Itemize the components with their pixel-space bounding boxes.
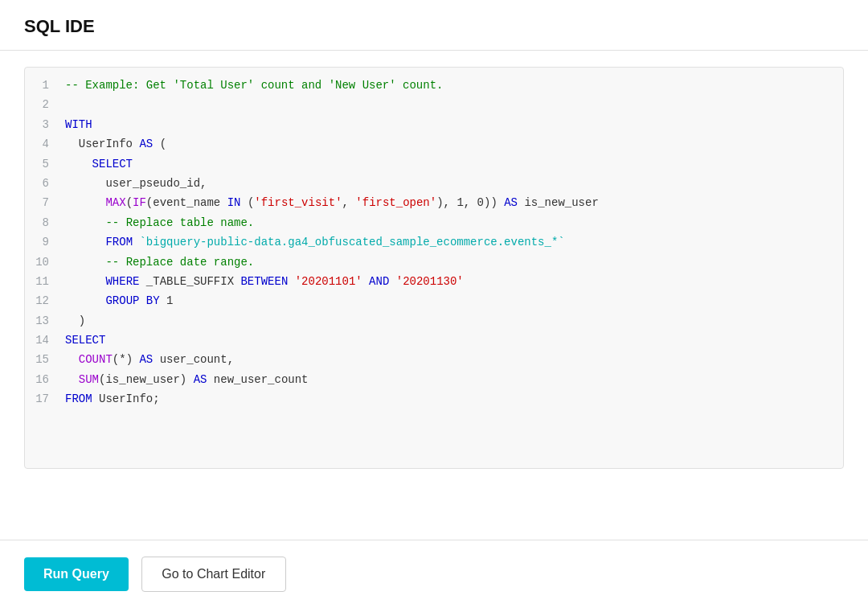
line-number: 5 [25,155,65,173]
code-line: 6 user_pseudo_id, [25,174,843,193]
line-number: 7 [25,194,65,212]
footer-toolbar: Run Query Go to Chart Editor [0,540,868,608]
line-content: SELECT [65,331,843,349]
line-number: 17 [25,390,65,408]
line-content: -- Replace date range. [65,253,843,271]
line-number: 15 [25,351,65,368]
line-content: COUNT(*) AS user_count, [65,351,843,368]
code-line: 3WITH [25,115,843,134]
line-number: 12 [25,292,65,310]
line-number: 8 [25,214,65,232]
line-content: -- Replace table name. [65,214,843,232]
chart-editor-button[interactable]: Go to Chart Editor [141,557,286,592]
line-number: 16 [25,371,65,388]
line-number: 2 [25,96,65,113]
code-line: 4 UserInfo AS ( [25,134,843,154]
line-content: user_pseudo_id, [65,175,843,192]
line-number: 6 [25,175,65,192]
line-number: 4 [25,135,65,153]
code-line: 1-- Example: Get 'Total User' count and … [25,76,843,95]
code-line: 7 MAX(IF(event_name IN ('first_visit', '… [25,193,843,212]
code-line: 17FROM UserInfo; [25,389,843,409]
line-content: SUM(is_new_user) AS new_user_count [65,371,843,388]
line-content: MAX(IF(event_name IN ('first_visit', 'fi… [65,194,843,212]
line-number: 10 [25,253,65,271]
line-number: 11 [25,273,65,290]
line-number: 14 [25,331,65,349]
line-content: FROM UserInfo; [65,390,843,408]
code-line: 9 FROM `bigquery-public-data.ga4_obfusca… [25,232,843,252]
line-content: UserInfo AS ( [65,135,843,153]
code-line: 11 WHERE _TABLE_SUFFIX BETWEEN '20201101… [25,272,843,291]
line-number: 9 [25,233,65,251]
line-number: 3 [25,116,65,134]
code-line: 15 COUNT(*) AS user_count, [25,350,843,369]
line-content: -- Example: Get 'Total User' count and '… [65,76,843,94]
code-line: 2 [25,95,843,114]
code-editor[interactable]: 1-- Example: Get 'Total User' count and … [24,67,844,469]
code-line: 8 -- Replace table name. [25,213,843,232]
code-line: 14SELECT [25,331,843,350]
line-content: WITH [65,116,843,134]
page-title: SQL IDE [24,16,95,36]
code-line: 16 SUM(is_new_user) AS new_user_count [25,370,843,389]
line-content: ) [65,312,843,330]
line-number: 13 [25,312,65,330]
code-line: 10 -- Replace date range. [25,253,843,272]
run-query-button[interactable]: Run Query [24,557,129,591]
editor-area: 1-- Example: Get 'Total User' count and … [0,51,868,485]
code-line: 12 GROUP BY 1 [25,291,843,310]
line-content: GROUP BY 1 [65,292,843,310]
line-content: SELECT [65,155,843,173]
line-content: WHERE _TABLE_SUFFIX BETWEEN '20201101' A… [65,273,843,290]
line-content: FROM `bigquery-public-data.ga4_obfuscate… [65,233,843,251]
line-number: 1 [25,76,65,94]
code-line: 13 ) [25,311,843,331]
code-line: 5 SELECT [25,154,843,174]
